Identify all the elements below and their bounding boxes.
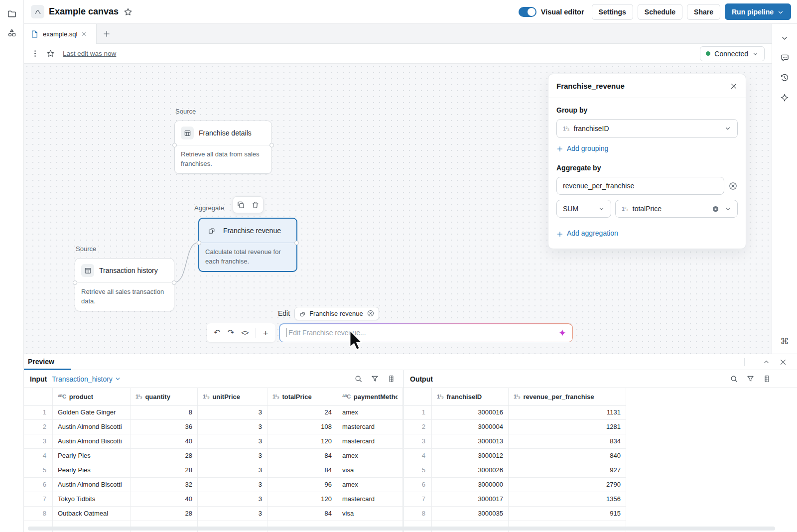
filter-icon[interactable] (746, 375, 755, 383)
close-preview-icon[interactable] (779, 358, 787, 366)
columns-icon[interactable] (387, 375, 396, 383)
add-node-icon[interactable]: + (263, 328, 268, 338)
node-header: Franchise details (175, 121, 271, 145)
tab-preview[interactable]: Preview (24, 354, 71, 370)
code-view-icon[interactable]: <> (241, 329, 248, 336)
column-header[interactable]: 1²₃unitPrice (198, 388, 267, 405)
clear-column-icon[interactable] (712, 205, 719, 213)
input-port[interactable] (73, 280, 77, 285)
add-aggregation-link[interactable]: Add aggregation (556, 229, 618, 237)
aggregate-icon (299, 309, 306, 317)
cell: 2790 (509, 478, 626, 492)
settings-button[interactable]: Settings (592, 4, 633, 20)
ai-edit-input[interactable]: Edit Franchise revenue... (280, 324, 572, 342)
remove-aggregation-icon[interactable] (728, 181, 738, 191)
tab-example-sql[interactable]: example.sql (24, 24, 97, 44)
number-type-icon: 1²₃ (563, 126, 569, 132)
output-table-container[interactable]: 1²₃franchiseID1²₃revenue_per_franchise13… (404, 388, 626, 532)
cell: 3 (198, 405, 267, 420)
preview-tabbar: Preview (24, 354, 797, 370)
cell: 8 (131, 405, 198, 420)
filter-icon[interactable] (371, 375, 379, 383)
favorite-star-icon[interactable] (124, 7, 133, 16)
new-tab-button[interactable] (97, 24, 117, 44)
group-by-select[interactable]: 1²₃ franchiseID (556, 119, 738, 138)
cell: amex (337, 478, 403, 492)
edit-context-row: Edit Franchise revenue (278, 306, 379, 320)
node-title: Transaction history (99, 266, 158, 274)
remove-chip-icon[interactable] (367, 309, 375, 318)
trash-icon[interactable] (251, 200, 260, 209)
table-row: 130000161131 (404, 405, 626, 420)
pipeline-canvas[interactable]: Source Franchise details Retrieve all da… (24, 64, 772, 354)
column-header[interactable]: 1²₃quantity (131, 388, 198, 405)
output-port[interactable] (172, 280, 176, 285)
star-icon[interactable] (46, 49, 55, 58)
run-pipeline-button[interactable]: Run pipeline (725, 3, 791, 20)
node-kind-label: Source (175, 108, 196, 115)
columns-icon[interactable] (763, 375, 771, 383)
cell: 28 (131, 507, 198, 521)
history-button[interactable] (777, 70, 793, 86)
cell: 28 (131, 463, 198, 478)
input-port[interactable] (197, 241, 201, 245)
collapse-preview-icon[interactable] (763, 358, 770, 366)
node-description: Retrieve all sales transaction data. (75, 282, 174, 311)
schedule-button[interactable]: Schedule (638, 4, 682, 20)
table-row: 7Tokyo Tidbits403120mastercard (24, 492, 403, 507)
table-header-row: ᴬᴮCproduct1²₃quantity1²₃unitPrice1²₃tota… (24, 388, 403, 405)
node-franchise-details[interactable]: Franchise details Retrieve all data from… (174, 121, 272, 174)
node-franchise-revenue[interactable]: Franchise revenue Calculate total revenu… (198, 218, 297, 272)
column-header[interactable]: ᴬᴮCpaymentMethod (337, 388, 403, 405)
ai-sparkle-icon[interactable] (558, 329, 566, 337)
kebab-menu-icon[interactable] (31, 49, 39, 58)
aggregate-function-select[interactable]: SUM (556, 200, 611, 218)
tab-close-icon[interactable] (81, 31, 87, 37)
table-row: 1Golden Gate Ginger8324amex (24, 405, 403, 420)
shortcuts-button[interactable]: ⌘ (772, 336, 797, 347)
redo-icon[interactable]: ↷ (228, 329, 234, 337)
chevron-down-icon (598, 206, 605, 212)
search-icon[interactable] (730, 375, 738, 383)
comments-button[interactable] (777, 50, 793, 66)
plus-icon (556, 229, 563, 237)
collapse-panel-button[interactable] (777, 30, 793, 46)
visual-editor-toggle[interactable] (519, 7, 536, 17)
last-edit-link[interactable]: Last edit was now (63, 50, 116, 57)
components-button[interactable] (4, 25, 20, 41)
output-port[interactable] (294, 241, 299, 245)
column-label: franchiseID (446, 393, 482, 400)
column-header[interactable]: 1²₃revenue_per_franchise (509, 388, 626, 405)
row-number: 1 (24, 405, 53, 420)
output-port[interactable] (269, 143, 274, 147)
search-icon[interactable] (354, 375, 363, 383)
cell: 3 (198, 463, 267, 478)
aggregate-name-input[interactable]: revenue_per_franchise (556, 177, 724, 195)
add-grouping-link[interactable]: Add grouping (556, 144, 608, 152)
number-type-icon: 1²₃ (272, 394, 279, 399)
share-button[interactable]: Share (687, 4, 720, 20)
column-header[interactable]: 1²₃franchiseID (432, 388, 509, 405)
horizontal-scrollbar[interactable] (28, 527, 775, 531)
duplicate-icon[interactable] (237, 200, 245, 209)
column-header[interactable]: 1²₃totalPrice (267, 388, 337, 405)
assistant-button[interactable] (777, 90, 793, 106)
table-row: 4Pearly Pies28384amex (24, 449, 403, 463)
node-transaction-history[interactable]: Transaction history Retrieve all sales t… (75, 258, 174, 311)
input-table-container[interactable]: ᴬᴮCproduct1²₃quantity1²₃unitPrice1²₃tota… (24, 388, 404, 532)
input-source-dropdown[interactable]: Transaction_history (52, 375, 121, 383)
row-number: 7 (404, 492, 432, 507)
preview-panel: Preview Input Transaction_history Output (24, 354, 797, 532)
close-icon[interactable] (730, 82, 738, 90)
files-button[interactable] (4, 6, 20, 22)
ai-edit-input-border: Edit Franchise revenue... (279, 323, 573, 342)
edit-target-chip[interactable]: Franchise revenue (294, 307, 379, 320)
aggregate-column-select[interactable]: 1²₃ totalPrice (615, 200, 738, 218)
table-row: 3Austin Almond Biscotti403120mastercard (24, 434, 403, 449)
cell: 1281 (509, 420, 626, 434)
connection-status-dropdown[interactable]: Connected (700, 46, 765, 61)
row-number: 4 (24, 449, 53, 463)
input-port[interactable] (172, 143, 177, 147)
undo-icon[interactable]: ↶ (214, 329, 220, 337)
column-header[interactable]: ᴬᴮCproduct (53, 388, 131, 405)
